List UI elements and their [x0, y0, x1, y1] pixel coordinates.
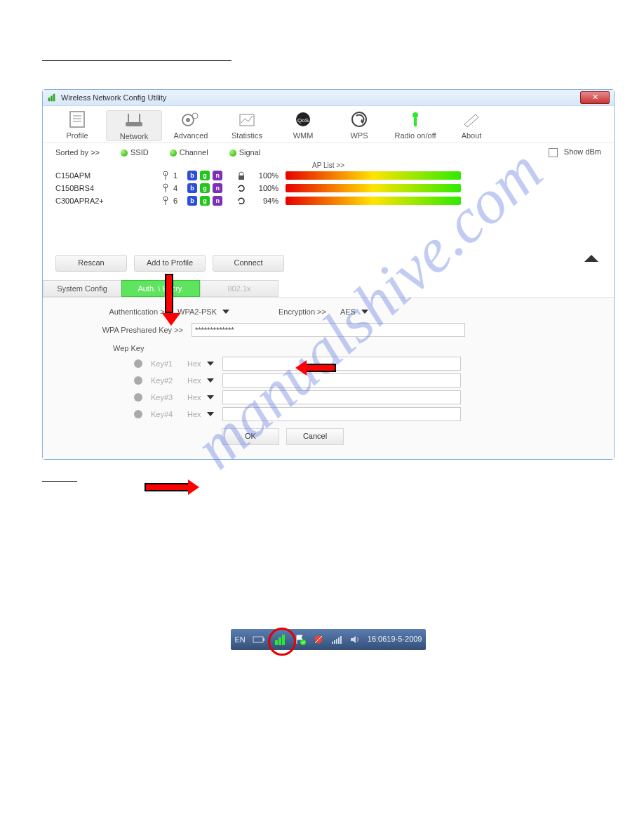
wep-key-input[interactable]	[222, 373, 461, 388]
mode-g-icon: g	[200, 183, 210, 193]
tab-radio[interactable]: Radio on/off	[388, 110, 443, 141]
mode-n-icon: n	[213, 196, 222, 206]
led-icon	[229, 150, 236, 157]
filter-bar: Sorted by >> SSID Channel Signal Show dB…	[43, 143, 614, 161]
mode-n-icon: n	[213, 171, 222, 180]
annotation-arrow-psk	[295, 360, 336, 376]
tray-flag-icon[interactable]	[295, 634, 306, 645]
tray-language[interactable]: EN	[235, 635, 246, 644]
radio-icon[interactable]	[134, 359, 142, 368]
wep-key-input[interactable]	[222, 390, 461, 404]
profile-icon	[65, 110, 90, 128]
wep-key-name: Key#1	[151, 359, 179, 368]
tray-time: 16:06	[368, 635, 387, 644]
sort-ssid[interactable]: SSID	[121, 148, 149, 157]
psk-label: WPA Preshared Key >>	[64, 326, 192, 334]
ap-signal: 100%	[246, 171, 286, 180]
tab-advanced[interactable]: Advanced	[163, 110, 218, 141]
annotation-arrow-ok	[145, 479, 199, 495]
app-window: manualshive.com Wireless Network Config …	[42, 89, 615, 460]
tab-wps[interactable]: WPS	[332, 110, 387, 141]
antenna-icon	[161, 196, 170, 206]
refresh-icon	[236, 196, 246, 206]
statistics-icon	[234, 110, 260, 128]
about-icon	[459, 110, 484, 128]
wep-key-input[interactable]	[222, 407, 461, 421]
wep-key-row: Key#2 Hex	[134, 373, 593, 388]
mode-g-icon: g	[200, 171, 210, 180]
svg-rect-29	[275, 640, 278, 645]
tray-security-icon[interactable]	[313, 634, 324, 645]
tray-volume-icon[interactable]	[349, 635, 361, 644]
svg-rect-35	[334, 640, 335, 644]
signal-bar	[286, 197, 461, 205]
chevron-down-icon	[207, 362, 214, 366]
tab-network[interactable]: Network	[106, 110, 162, 141]
tab-8021x[interactable]: 802.1x	[200, 280, 279, 297]
wmm-icon: QoS	[290, 110, 316, 128]
ap-row[interactable]: C150APM 1 b g n 100%	[43, 169, 614, 182]
tab-system-config[interactable]: System Config	[43, 280, 121, 297]
svg-text:QoS: QoS	[297, 117, 309, 124]
wep-key-type-dropdown[interactable]: Hex	[187, 376, 214, 385]
ap-row[interactable]: C150BRS4 4 b g n 100%	[43, 182, 614, 194]
config-tab-row: System Config Auth. \ Encry. 802.1x	[43, 280, 614, 297]
tray-wifi-bars-icon[interactable]	[331, 635, 342, 644]
svg-rect-38	[340, 636, 342, 644]
add-to-profile-button[interactable]: Add to Profile	[134, 255, 206, 272]
wep-key-type-dropdown[interactable]: Hex	[187, 410, 214, 418]
tab-about[interactable]: About	[444, 110, 499, 141]
app-icon	[47, 93, 57, 102]
tray-wifi-utility-icon[interactable]	[272, 632, 288, 647]
tab-profile[interactable]: Profile	[50, 110, 105, 141]
wep-key-name: Key#3	[151, 393, 179, 402]
action-button-row: Rescan Add to Profile Connect	[43, 249, 614, 277]
ap-row[interactable]: C300APRA2+ 6 b g n 94%	[43, 194, 614, 207]
refresh-icon	[236, 183, 246, 193]
system-tray: EN 16:06 19-5-2009	[231, 629, 427, 650]
svg-rect-7	[126, 122, 142, 126]
radio-icon[interactable]	[134, 393, 142, 402]
rescan-button[interactable]: Rescan	[55, 255, 127, 272]
wep-key-type-dropdown[interactable]: Hex	[187, 393, 214, 402]
ap-signal: 100%	[246, 184, 286, 192]
wep-key-row: Key#1 Hex	[134, 357, 593, 371]
svg-point-32	[300, 640, 306, 645]
cancel-button[interactable]: Cancel	[286, 428, 344, 445]
tab-wmm[interactable]: QoS WMM	[276, 110, 330, 141]
tab-auth-encry[interactable]: Auth. \ Encry.	[121, 280, 200, 297]
chevron-down-icon	[222, 310, 229, 314]
encryption-label: Encryption >>	[279, 307, 340, 316]
ap-ssid: C150APM	[55, 171, 161, 180]
sort-channel[interactable]: Channel	[170, 148, 208, 157]
tray-power-icon[interactable]	[253, 635, 265, 644]
radio-icon[interactable]	[134, 410, 142, 418]
collapse-toggle[interactable]	[584, 255, 601, 265]
show-dbm-check[interactable]: Show dBm	[549, 147, 601, 157]
mode-b-icon: b	[187, 183, 197, 193]
sort-signal[interactable]: Signal	[229, 148, 261, 157]
ap-channel: 1	[170, 171, 187, 180]
tray-clock[interactable]: 16:06 19-5-2009	[368, 635, 422, 644]
authentication-dropdown[interactable]: WPA2-PSK	[177, 307, 229, 316]
svg-point-12	[192, 113, 198, 119]
close-button[interactable]: ✕	[580, 91, 610, 104]
doc-header-line	[42, 60, 232, 61]
svg-rect-0	[48, 98, 51, 101]
wep-key-type-dropdown[interactable]: Hex	[187, 359, 214, 368]
page-separator	[42, 481, 77, 482]
auth-panel: Authentication >> WPA2-PSK Encryption >>…	[43, 297, 614, 459]
tab-statistics[interactable]: Statistics	[220, 110, 274, 141]
svg-rect-36	[336, 639, 337, 644]
mode-b-icon: b	[187, 171, 197, 180]
psk-input[interactable]	[192, 323, 465, 337]
advanced-icon	[178, 110, 203, 128]
ok-button[interactable]: OK	[222, 428, 279, 445]
connect-button[interactable]: Connect	[213, 255, 284, 272]
ap-ssid: C150BRS4	[55, 184, 161, 192]
encryption-dropdown[interactable]: AES	[340, 307, 368, 316]
svg-rect-1	[51, 95, 53, 101]
wep-key-input[interactable]	[222, 357, 461, 371]
radio-icon[interactable]	[134, 376, 142, 385]
chevron-down-icon	[361, 310, 368, 314]
